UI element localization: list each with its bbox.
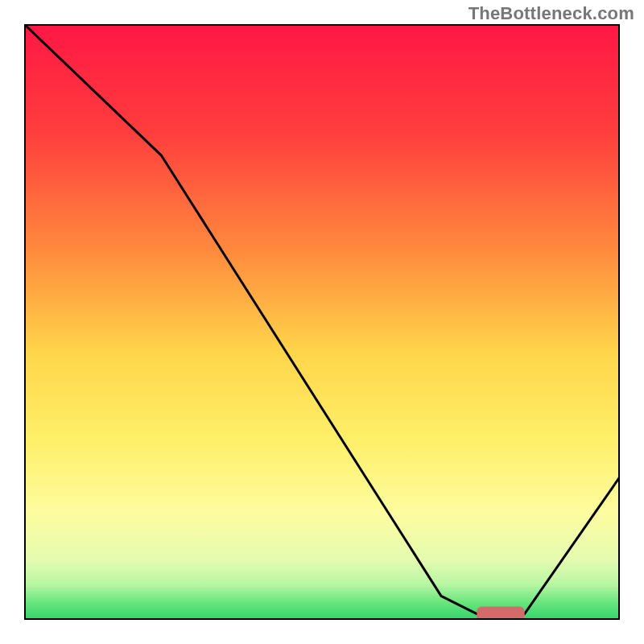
chart-svg [24,24,620,620]
chart-plot-area [24,24,620,620]
chart-container: TheBottleneck.com [0,0,644,644]
chart-background-gradient [24,24,620,620]
optimal-range-marker [477,606,524,620]
watermark-text: TheBottleneck.com [469,3,634,24]
